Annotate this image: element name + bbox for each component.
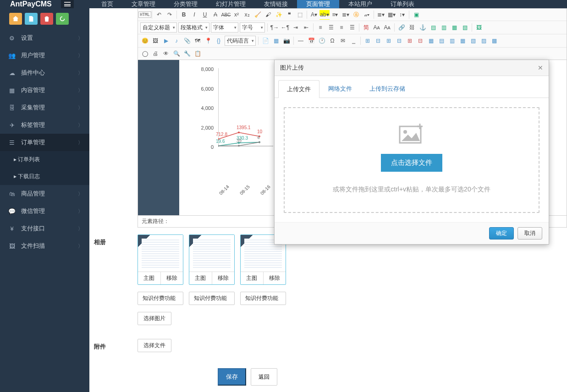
top-menu-4[interactable]: 友情链接 xyxy=(255,0,297,8)
modal-header[interactable]: 图片上传 ✕ xyxy=(275,60,549,76)
align-justify-button[interactable]: ☰ xyxy=(347,22,357,33)
gallery-thumb[interactable] xyxy=(138,235,183,272)
gallery-remove-button[interactable]: 移除 xyxy=(264,272,286,284)
circle-icon[interactable]: ◯ xyxy=(140,49,150,59)
sidebar-item-4[interactable]: 🗄采集管理〉 xyxy=(0,99,89,116)
time-icon[interactable]: 🕐 xyxy=(317,36,327,46)
omega-icon[interactable]: Ω xyxy=(327,36,337,46)
quick-btn-recycle[interactable] xyxy=(56,13,69,25)
cell3-icon[interactable]: ▧ xyxy=(468,36,478,46)
sidebar-item-1[interactable]: 👥用户管理〉 xyxy=(0,47,89,64)
top-menu-5[interactable]: 页面管理 xyxy=(297,0,339,8)
sidebar-item-6[interactable]: ☰订单管理〉 xyxy=(0,134,89,151)
paste-icon[interactable]: 📋 xyxy=(193,49,203,59)
font-aa-button[interactable]: Aᴀ xyxy=(372,22,382,33)
undo-button[interactable]: ↶ xyxy=(154,10,164,20)
cell5-icon[interactable]: ▩ xyxy=(489,36,499,46)
align-center-button[interactable]: ☰ xyxy=(326,22,336,33)
sub-button[interactable]: x₂ xyxy=(242,10,252,20)
src-button[interactable]: HTML xyxy=(140,10,150,20)
top-menu-7[interactable]: 订单列表 xyxy=(381,0,424,8)
eraser-icon[interactable]: 🧹 xyxy=(253,10,263,20)
bold-button[interactable]: B xyxy=(179,10,189,20)
char-icon[interactable]: ✉ xyxy=(338,36,348,46)
quick-btn-home[interactable] xyxy=(9,13,22,25)
modal-ok-button[interactable]: 确定 xyxy=(489,227,514,240)
quick-btn-trash[interactable] xyxy=(40,13,53,25)
fontsize-select[interactable]: 字号 xyxy=(240,22,265,33)
top-menu-0[interactable]: 首页 xyxy=(92,0,122,8)
gallery-remove-button[interactable]: 移除 xyxy=(161,272,183,284)
ins-col-icon[interactable]: ⊞ xyxy=(405,36,415,46)
img-right-icon[interactable]: ▦ xyxy=(449,22,459,33)
quote-button[interactable]: ❝ xyxy=(284,10,294,20)
clear-format-icon[interactable]: ✨ xyxy=(274,10,284,20)
quick-btn-file[interactable] xyxy=(25,13,38,25)
abc-button[interactable]: ABC xyxy=(221,10,231,20)
code-lang-select[interactable]: 代码语言 xyxy=(225,36,256,46)
ol-button[interactable]: ≣▾ xyxy=(341,10,351,20)
modal-tab-1[interactable]: 网络文件 xyxy=(319,80,361,98)
modal-cancel-button[interactable]: 取消 xyxy=(517,227,542,240)
sidebar-item-10[interactable]: 🖼文件扫描〉 xyxy=(0,237,89,255)
top-menu-3[interactable]: 幻灯片管理 xyxy=(207,0,255,8)
linespace-button[interactable]: ↕▾ xyxy=(397,10,407,20)
link-icon[interactable]: 🔗 xyxy=(396,22,407,33)
trad-button[interactable]: 简 xyxy=(361,22,371,33)
pre-button[interactable]: ⬚ xyxy=(295,10,305,20)
gallery-main-button[interactable]: 主图 xyxy=(241,272,264,284)
gallery-tag-0[interactable]: 知识付费功能 xyxy=(138,292,183,305)
sidebar-item-8[interactable]: 💬微信管理〉 xyxy=(0,202,89,220)
hr-icon[interactable]: — xyxy=(296,36,306,46)
valign-button[interactable]: ≣▾ xyxy=(376,10,386,20)
sidebar-item-5[interactable]: ✈标签管理〉 xyxy=(0,116,89,134)
cell2-icon[interactable]: ▦ xyxy=(457,36,468,46)
select-image-button[interactable]: 选择图片 xyxy=(138,312,171,325)
gallery-remove-button[interactable]: 移除 xyxy=(212,272,235,284)
rtl-button[interactable]: ⇤ xyxy=(301,22,311,33)
outdent-button[interactable]: ←¶ xyxy=(280,22,290,33)
sup-button[interactable]: x² xyxy=(231,10,242,20)
case-button[interactable]: 𝒶▾ xyxy=(362,10,372,20)
paragraph-select[interactable]: 段落格式 xyxy=(178,22,209,33)
gmap-icon[interactable]: 📍 xyxy=(203,36,213,46)
del-table-icon[interactable]: ⊟ xyxy=(373,36,383,46)
font-color-button[interactable]: A▾ xyxy=(309,10,319,20)
table-icon[interactable]: ▦ xyxy=(271,36,281,46)
cell1-icon[interactable]: ▥ xyxy=(447,36,457,46)
music-icon[interactable]: ♪ xyxy=(171,36,182,46)
ins-table-icon[interactable]: ⊞ xyxy=(363,36,373,46)
ins-row-icon[interactable]: ⊞ xyxy=(384,36,394,46)
snap-icon[interactable]: 📷 xyxy=(281,36,292,46)
a-button[interactable]: ⓐ xyxy=(351,10,361,20)
sidebar-item-7[interactable]: 🛍商品管理〉 xyxy=(0,185,89,202)
split-icon[interactable]: ▤ xyxy=(436,36,446,46)
strike-button[interactable]: A xyxy=(210,10,220,20)
img-center-icon[interactable]: ▥ xyxy=(439,22,449,33)
sidebar-item-9[interactable]: ¥支付接口〉 xyxy=(0,220,89,237)
ul-button[interactable]: ≡▾ xyxy=(330,10,340,20)
sidebar-sub-1[interactable]: ▸ 下载日志 xyxy=(0,168,89,185)
top-menu-2[interactable]: 分类管理 xyxy=(165,0,207,8)
emoji-icon[interactable]: 😊 xyxy=(140,36,150,46)
img-left-icon[interactable]: ▤ xyxy=(428,22,438,33)
gallery-tag-1[interactable]: 知识付费功能 xyxy=(189,292,235,305)
modal-close-icon[interactable]: ✕ xyxy=(538,64,543,71)
align-right-button[interactable]: ≡ xyxy=(336,22,347,33)
anchor-icon[interactable]: ⚓ xyxy=(418,22,428,33)
custom-title-select[interactable]: 自定义标题 xyxy=(140,22,177,33)
indent-button[interactable]: ¶→ xyxy=(270,22,280,33)
dropzone[interactable]: 点击选择文件 或将文件拖到这里或ctrl+v粘贴，单次最多可选20个文件 xyxy=(284,107,539,213)
merge-icon[interactable]: ▦ xyxy=(426,36,436,46)
redo-button[interactable]: ↷ xyxy=(165,10,175,20)
sidebar-item-0[interactable]: ⚙设置〉 xyxy=(0,29,89,47)
save-button[interactable]: 保存 xyxy=(218,368,246,386)
sidebar-item-3[interactable]: ▦内容管理〉 xyxy=(0,82,89,99)
gallery-main-button[interactable]: 主图 xyxy=(138,272,161,284)
top-menu-1[interactable]: 文章管理 xyxy=(122,0,165,8)
video-icon[interactable]: ▶ xyxy=(161,36,171,46)
align-left-button[interactable]: ≡ xyxy=(315,22,325,33)
underline-button[interactable]: U xyxy=(200,10,210,20)
fullscreen-icon[interactable]: ▣ xyxy=(411,10,421,20)
wrench-icon[interactable]: 🔧 xyxy=(182,49,192,59)
